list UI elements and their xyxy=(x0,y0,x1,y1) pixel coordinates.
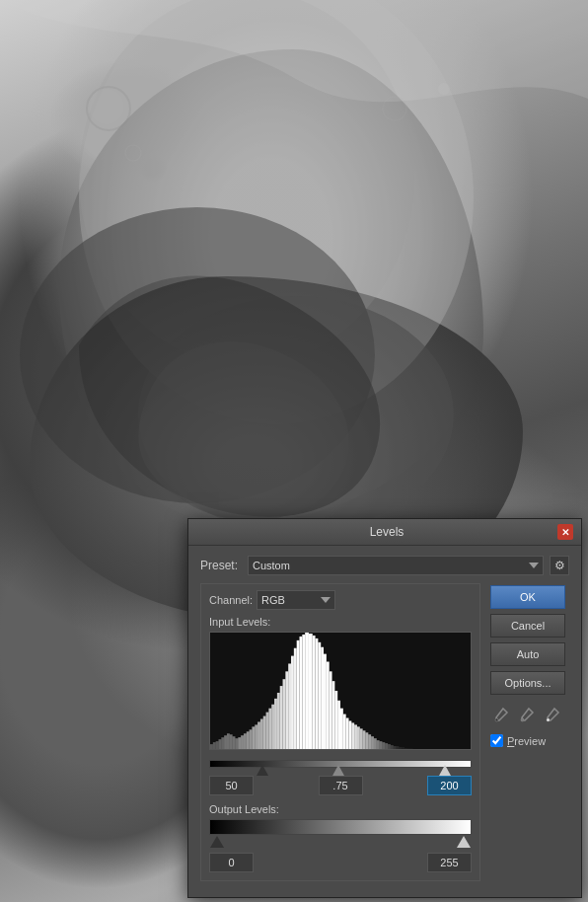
cancel-button[interactable]: Cancel xyxy=(490,614,565,638)
svg-rect-23 xyxy=(247,731,250,749)
svg-rect-51 xyxy=(327,662,330,750)
svg-rect-10 xyxy=(210,744,213,749)
svg-rect-33 xyxy=(274,699,277,749)
svg-rect-70 xyxy=(380,741,383,749)
svg-rect-61 xyxy=(354,724,357,749)
svg-rect-34 xyxy=(277,693,280,749)
svg-rect-13 xyxy=(218,739,221,749)
svg-rect-63 xyxy=(360,728,363,749)
svg-rect-22 xyxy=(244,733,247,749)
left-panel: Channel: RGB Red Green Blue Input Levels… xyxy=(200,583,480,887)
gear-button[interactable]: ⚙ xyxy=(550,556,569,575)
svg-rect-30 xyxy=(266,713,269,749)
svg-rect-57 xyxy=(343,714,346,749)
svg-rect-77 xyxy=(399,747,402,749)
svg-rect-56 xyxy=(340,709,343,749)
svg-rect-28 xyxy=(260,719,263,749)
black-input-handle[interactable] xyxy=(257,765,268,776)
svg-rect-14 xyxy=(221,737,224,749)
svg-rect-67 xyxy=(371,736,374,749)
dialog-titlebar: Levels ✕ xyxy=(188,519,581,546)
svg-rect-40 xyxy=(294,648,297,749)
white-input-handle[interactable] xyxy=(439,765,451,776)
output-boxes-row xyxy=(209,853,472,872)
preset-label: Preset: xyxy=(200,559,242,572)
output-levels-label: Output Levels: xyxy=(209,803,472,815)
svg-rect-81 xyxy=(410,748,413,749)
svg-point-82 xyxy=(495,718,498,721)
dialog-title: Levels xyxy=(216,525,557,539)
svg-rect-36 xyxy=(283,679,286,749)
preset-row: Preset: Custom Default Increase Contrast… xyxy=(200,556,569,575)
svg-rect-20 xyxy=(238,737,241,749)
svg-rect-18 xyxy=(233,736,236,749)
svg-rect-64 xyxy=(363,730,366,749)
svg-rect-55 xyxy=(337,701,340,749)
right-panel: OK Cancel Auto Options... xyxy=(490,583,569,887)
close-button[interactable]: ✕ xyxy=(557,524,573,540)
svg-rect-11 xyxy=(213,742,216,749)
svg-rect-80 xyxy=(407,748,410,749)
svg-rect-37 xyxy=(285,671,288,749)
svg-rect-12 xyxy=(216,741,219,749)
output-gradient-track xyxy=(209,819,472,835)
gray-eyedropper-button[interactable] xyxy=(516,704,538,725)
svg-rect-62 xyxy=(357,726,360,749)
black-output-handle[interactable] xyxy=(210,836,224,848)
svg-rect-24 xyxy=(250,729,253,749)
svg-rect-19 xyxy=(235,738,238,749)
input-boxes-row xyxy=(209,776,472,795)
eyedropper-row xyxy=(490,700,569,729)
svg-rect-35 xyxy=(280,686,283,749)
svg-rect-78 xyxy=(402,747,404,749)
channel-border: Channel: RGB Red Green Blue Input Levels… xyxy=(200,583,480,881)
gray-input-handle[interactable] xyxy=(332,765,344,776)
svg-rect-49 xyxy=(321,647,324,749)
svg-point-5 xyxy=(89,89,124,124)
svg-rect-21 xyxy=(241,735,244,749)
svg-rect-45 xyxy=(309,634,313,749)
options-button[interactable]: Options... xyxy=(490,671,565,695)
output-white-value[interactable] xyxy=(427,853,472,872)
output-black-value[interactable] xyxy=(209,853,254,872)
input-gray-value[interactable] xyxy=(319,776,363,795)
channel-row: Channel: RGB Red Green Blue xyxy=(209,590,472,610)
svg-rect-17 xyxy=(230,734,233,749)
svg-point-84 xyxy=(547,718,550,721)
svg-rect-69 xyxy=(377,740,380,749)
svg-rect-52 xyxy=(330,671,332,749)
auto-button[interactable]: Auto xyxy=(490,642,565,666)
input-white-value[interactable] xyxy=(427,776,472,795)
svg-rect-53 xyxy=(332,681,335,749)
svg-rect-16 xyxy=(227,733,230,749)
svg-rect-47 xyxy=(316,639,319,749)
svg-rect-66 xyxy=(368,734,371,749)
svg-rect-79 xyxy=(404,748,407,749)
dialog-body: Preset: Custom Default Increase Contrast… xyxy=(188,546,581,897)
svg-rect-32 xyxy=(271,705,274,749)
svg-rect-27 xyxy=(257,721,260,749)
channel-select[interactable]: RGB Red Green Blue xyxy=(257,590,335,610)
dialog-content: Channel: RGB Red Green Blue Input Levels… xyxy=(200,583,569,887)
white-output-handle[interactable] xyxy=(457,836,471,848)
svg-rect-25 xyxy=(252,726,255,749)
input-black-value[interactable] xyxy=(209,776,254,795)
svg-rect-50 xyxy=(324,654,327,749)
histogram-svg xyxy=(210,633,471,749)
svg-rect-58 xyxy=(346,718,349,749)
svg-rect-38 xyxy=(288,663,291,749)
svg-rect-71 xyxy=(382,742,385,749)
svg-rect-15 xyxy=(224,735,227,749)
svg-rect-26 xyxy=(255,724,257,749)
preview-label[interactable]: Preview xyxy=(507,735,546,747)
svg-rect-29 xyxy=(263,716,266,749)
channel-label: Channel: xyxy=(209,594,253,606)
ok-button[interactable]: OK xyxy=(490,585,565,609)
svg-rect-76 xyxy=(397,746,400,749)
white-eyedropper-button[interactable] xyxy=(542,704,563,725)
svg-rect-31 xyxy=(268,709,271,749)
preview-checkbox[interactable] xyxy=(490,734,503,747)
svg-rect-68 xyxy=(374,738,377,749)
black-eyedropper-button[interactable] xyxy=(490,704,512,725)
preset-select[interactable]: Custom Default Increase Contrast 1 Incre… xyxy=(248,556,544,575)
